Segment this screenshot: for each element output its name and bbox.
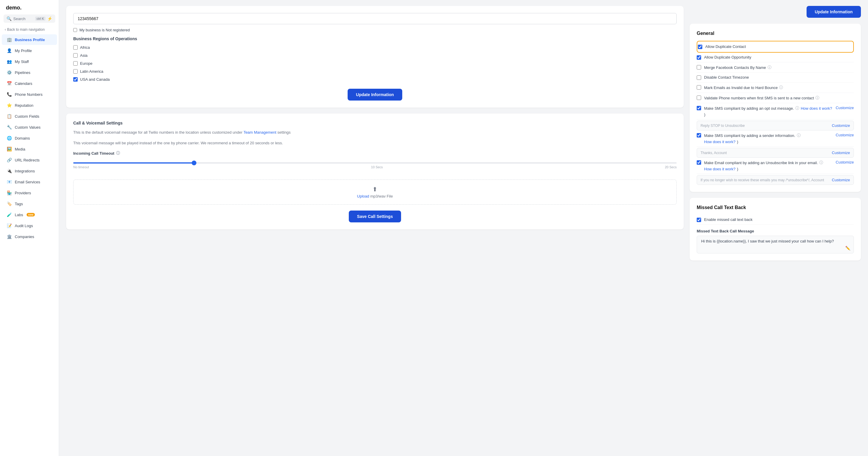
highlight-box-allow-duplicate-contact: Allow Duplicate Contact <box>697 41 854 53</box>
region-checkbox-asia[interactable] <box>73 53 78 58</box>
sub-input-sms-sender[interactable]: Thanks, AccountCustomize <box>697 148 854 158</box>
save-call-settings-button[interactable]: Save Call Settings <box>349 210 401 222</box>
enable-missed-call-checkbox[interactable] <box>697 218 701 222</box>
enable-missed-call-row: Enable missed call text back <box>697 215 854 225</box>
option-checkbox-email-unsubscribe[interactable] <box>697 160 701 165</box>
upload-icon: ⬆ <box>80 186 671 193</box>
slider-label-10-secs: 10 Secs <box>371 165 383 169</box>
sidebar-item-label-calendars: Calendars <box>15 81 32 86</box>
calendars-icon: 📅 <box>6 81 12 86</box>
missed-message-textarea[interactable]: Hi this is {{location.name}}, I saw that… <box>697 236 854 253</box>
sidebar-nav: 🏢 Business Profile 👤 My Profile 👥 My Sta… <box>0 34 59 456</box>
update-info-button-mid[interactable]: Update Information <box>348 89 402 101</box>
business-regions-card: My business is Not registered Business R… <box>66 6 684 108</box>
sidebar-item-companies[interactable]: 🏛️ Companies <box>2 231 57 242</box>
missed-call-section: Missed Call Text Back Enable missed call… <box>690 198 861 260</box>
sidebar-item-label-email-services: Email Services <box>15 180 40 184</box>
customize-link-sms-opt-out[interactable]: Customize <box>836 106 854 110</box>
right-top-bar: Update Information <box>690 6 861 18</box>
option-label-sms-opt-out: Make SMS compliant by adding an opt out … <box>704 106 833 117</box>
search-bar[interactable]: 🔍 Search ctrl K ⚡ <box>4 15 55 23</box>
sub-customize-email-unsubscribe[interactable]: Customize <box>832 178 850 182</box>
sidebar-item-audit-logs[interactable]: 📝 Audit Logs <box>2 220 57 231</box>
option-row-allow-duplicate-opportunity: Allow Duplicate Opportunity <box>697 53 854 62</box>
regions-list: Africa Asia Europe Latin America USA and… <box>73 45 677 83</box>
info-icon-merge-facebook[interactable]: ⓘ <box>768 65 771 70</box>
option-checkbox-allow-duplicate-contact[interactable] <box>698 45 702 49</box>
how-link-sms-sender[interactable]: How does it work? <box>704 140 735 144</box>
sidebar-item-label-my-profile: My Profile <box>15 49 32 53</box>
option-checkbox-sms-opt-out[interactable] <box>697 106 701 110</box>
info-icon-email-unsubscribe[interactable]: ⓘ <box>819 160 823 165</box>
info-icon-timeout: ⓘ <box>116 150 120 156</box>
sidebar-item-label-pipelines: Pipelines <box>15 70 30 75</box>
option-checkbox-sms-sender[interactable] <box>697 133 701 138</box>
sidebar-item-custom-values[interactable]: 🔧 Custom Values <box>2 122 57 133</box>
slider-fill <box>73 162 194 164</box>
region-checkbox-africa[interactable] <box>73 45 78 50</box>
option-checkbox-merge-facebook[interactable] <box>697 65 701 69</box>
sidebar-item-calendars[interactable]: 📅 Calendars <box>2 78 57 89</box>
sub-customize-sms-sender[interactable]: Customize <box>832 150 850 155</box>
url-redirects-icon: 🔗 <box>6 157 12 163</box>
enable-missed-call-label: Enable missed call text back <box>704 217 854 222</box>
slider-thumb[interactable] <box>192 161 196 165</box>
general-options-list: Allow Duplicate Contact Allow Duplicate … <box>697 41 854 185</box>
how-link-email-unsubscribe[interactable]: How does it work? <box>704 167 735 171</box>
sidebar-item-custom-fields[interactable]: 📋 Custom Fields <box>2 111 57 121</box>
sidebar-item-label-reputation: Reputation <box>15 103 33 108</box>
region-checkbox-usa-canada[interactable] <box>73 77 78 82</box>
sub-input-email-unsubscribe[interactable]: If you no longer wish to receive these e… <box>697 175 854 185</box>
customize-link-email-unsubscribe[interactable]: Customize <box>836 160 854 164</box>
how-link-sms-opt-out[interactable]: How does it work? <box>801 106 832 111</box>
sidebar-item-label-url-redirects: URL Redirects <box>15 158 39 162</box>
sidebar-item-pipelines[interactable]: ⚙️ Pipelines <box>2 67 57 78</box>
sidebar-item-media[interactable]: 🖼️ Media <box>2 144 57 154</box>
region-checkbox-latin-america[interactable] <box>73 69 78 74</box>
content-area: My business is Not registered Business R… <box>59 0 868 456</box>
option-checkbox-validate-phone[interactable] <box>697 95 701 100</box>
labs-badge: new <box>27 213 35 217</box>
slider-label-no-timeout: No timeout <box>73 165 89 169</box>
sidebar-item-my-staff[interactable]: 👥 My Staff <box>2 56 57 67</box>
sidebar-item-email-services[interactable]: 📧 Email Services <box>2 176 57 187</box>
missed-message-label: Missed Text Back Call Message <box>697 229 854 233</box>
upload-link[interactable]: Upload <box>357 194 369 198</box>
sub-input-sms-opt-out[interactable]: Reply STOP to UnsubscribeCustomize <box>697 121 854 131</box>
update-info-button-top[interactable]: Update Information <box>807 6 861 18</box>
team-management-link[interactable]: Team Management <box>243 130 276 135</box>
sub-customize-sms-opt-out[interactable]: Customize <box>832 123 850 128</box>
upload-area[interactable]: ⬆ Upload mp3/wav File <box>73 179 677 205</box>
option-checkbox-allow-duplicate-opportunity[interactable] <box>697 55 701 60</box>
option-label-allow-duplicate-contact: Allow Duplicate Contact <box>705 45 852 49</box>
slider-track <box>73 162 677 164</box>
sidebar-item-phone-numbers[interactable]: 📞 Phone Numbers <box>2 89 57 99</box>
sidebar-item-label-business-profile: Business Profile <box>15 37 45 42</box>
info-icon-sms-sender[interactable]: ⓘ <box>797 133 801 138</box>
call-settings-desc2: This voicemail message will be played in… <box>73 140 677 146</box>
sidebar-item-business-profile[interactable]: 🏢 Business Profile <box>2 34 57 45</box>
tags-icon: 🏷️ <box>6 201 12 206</box>
info-icon-validate-phone[interactable]: ⓘ <box>815 95 819 101</box>
option-checkbox-disable-timezone[interactable] <box>697 76 701 80</box>
sidebar-item-reputation[interactable]: ⭐ Reputation <box>2 100 57 111</box>
region-label-africa: Africa <box>80 45 90 50</box>
sidebar-item-labs[interactable]: 🧪 Labs new <box>2 209 57 220</box>
sidebar-item-url-redirects[interactable]: 🔗 URL Redirects <box>2 155 57 165</box>
option-label-email-unsubscribe: Make Email compliant by adding an Unsubs… <box>704 160 833 171</box>
sidebar-item-tags[interactable]: 🏷️ Tags <box>2 198 57 209</box>
sidebar-item-label-integrations: Integrations <box>15 169 35 173</box>
chevron-left-icon: ‹ <box>5 28 6 32</box>
info-icon-sms-opt-out[interactable]: ⓘ <box>795 106 799 111</box>
back-navigation[interactable]: ‹ Back to main navigation <box>0 25 59 34</box>
region-checkbox-europe[interactable] <box>73 61 78 66</box>
customize-link-sms-sender[interactable]: Customize <box>836 133 854 137</box>
sidebar-item-domains[interactable]: 🌐 Domains <box>2 133 57 143</box>
sidebar-item-integrations[interactable]: 🔌 Integrations <box>2 166 57 176</box>
sidebar-item-providers[interactable]: 🏪 Providers <box>2 188 57 198</box>
business-number-input[interactable] <box>73 13 677 24</box>
info-icon-mark-emails-invalid[interactable]: ⓘ <box>779 85 783 90</box>
not-registered-checkbox[interactable] <box>73 28 77 32</box>
sidebar-item-my-profile[interactable]: 👤 My Profile <box>2 45 57 56</box>
option-checkbox-mark-emails-invalid[interactable] <box>697 85 701 90</box>
